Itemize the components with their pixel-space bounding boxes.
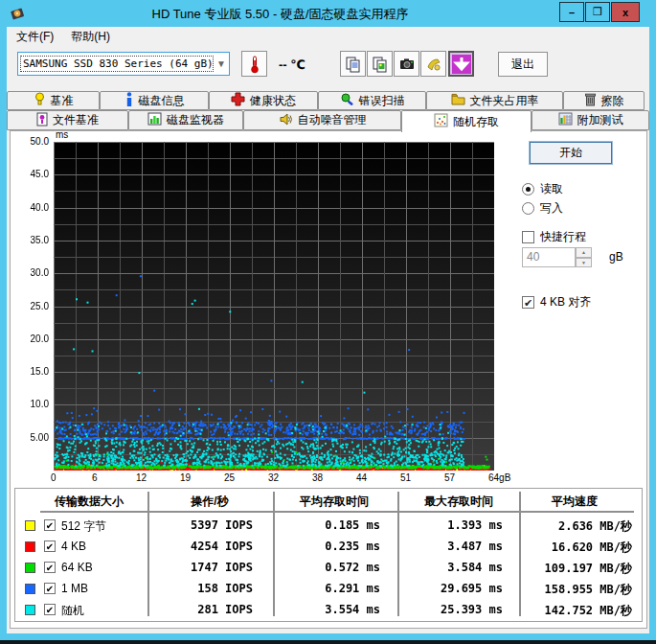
table-header-underline bbox=[40, 511, 634, 513]
series-checkbox[interactable]: ✔ bbox=[44, 604, 56, 615]
capacity-stepper[interactable]: ▲ ▼ bbox=[576, 247, 592, 267]
drive-select-value: SAMSUNG SSD 830 Series (64 gB) bbox=[21, 57, 213, 71]
series-label: 随机 bbox=[61, 603, 84, 619]
table-cell: 29.695 ms bbox=[441, 582, 503, 595]
screenshot-button[interactable] bbox=[394, 51, 419, 77]
y-tick-label: 15.0 bbox=[11, 366, 49, 377]
tab-磁盘信息[interactable]: 磁盘信息 bbox=[100, 91, 209, 110]
tab-label: 自动噪音管理 bbox=[298, 112, 367, 128]
tab-label: 文件基准 bbox=[53, 112, 99, 128]
y-tick-label: 25.0 bbox=[11, 301, 49, 311]
table-cell: 142.752 MB/秒 bbox=[545, 603, 632, 619]
read-radio-row[interactable]: 读取 bbox=[522, 181, 563, 197]
legend-swatch bbox=[25, 563, 35, 573]
temperature-button[interactable] bbox=[241, 51, 267, 77]
table-cell: 0.235 ms bbox=[325, 540, 380, 553]
table-cell: 109.197 MB/秒 bbox=[545, 561, 632, 577]
short-stroke-row[interactable]: 快捷行程 bbox=[522, 229, 586, 245]
x-tick-label: 51 bbox=[400, 472, 411, 483]
tab-row-2: 文件基准磁盘监视器自动噪音管理随机存取附加测试 bbox=[7, 110, 649, 130]
exit-button[interactable]: 退出 bbox=[498, 52, 548, 77]
download-arrow-icon bbox=[452, 55, 471, 74]
tab-label: 随机存取 bbox=[453, 114, 499, 130]
trash-icon bbox=[584, 92, 597, 109]
table-cell: 1747 IOPS bbox=[191, 561, 253, 574]
tab-擦除[interactable]: 擦除 bbox=[563, 91, 645, 110]
table-cell: 0.185 ms bbox=[325, 518, 380, 532]
separator bbox=[518, 278, 635, 279]
tab-文件基准[interactable]: 文件基准 bbox=[7, 110, 128, 130]
options-button[interactable] bbox=[420, 51, 446, 77]
tab-自动噪音管理[interactable]: 自动噪音管理 bbox=[243, 110, 401, 130]
tab-附加测试[interactable]: 附加测试 bbox=[532, 110, 649, 130]
series-checkbox[interactable]: ✔ bbox=[44, 562, 56, 573]
tab-健康状态[interactable]: 健康状态 bbox=[209, 91, 318, 110]
table-cell: 2.636 MB/秒 bbox=[558, 518, 632, 535]
write-radio-row[interactable]: 写入 bbox=[522, 200, 563, 217]
table-cell: 5397 IOPS bbox=[191, 518, 253, 532]
tab-随机存取[interactable]: 随机存取 bbox=[401, 110, 532, 132]
minimize-button[interactable]: – bbox=[559, 2, 584, 22]
tab-label: 基准 bbox=[51, 93, 74, 109]
drive-select[interactable]: SAMSUNG SSD 830 Series (64 gB) ▼ bbox=[17, 52, 230, 76]
y-tick-label: 40.0 bbox=[11, 202, 49, 213]
tab-文件夹占用率[interactable]: 文件夹占用率 bbox=[426, 91, 563, 110]
start-button[interactable]: 开始 bbox=[530, 142, 612, 164]
y-axis-unit-label: ms bbox=[56, 129, 68, 140]
copy-image-button[interactable] bbox=[367, 51, 393, 77]
stepper-down-icon[interactable]: ▼ bbox=[576, 258, 592, 268]
camera-icon bbox=[398, 56, 416, 73]
series-checkbox[interactable]: ✔ bbox=[44, 519, 56, 531]
column-header: 操作/秒 bbox=[191, 494, 228, 510]
close-button[interactable]: x bbox=[611, 2, 640, 22]
menu-file[interactable]: 文件(F) bbox=[9, 27, 61, 47]
column-divider bbox=[397, 492, 399, 616]
thermometer-icon bbox=[249, 55, 260, 74]
stepper-up-icon[interactable]: ▲ bbox=[576, 247, 592, 258]
align-4kb-checkbox[interactable]: ✔ bbox=[522, 296, 534, 309]
menu-help[interactable]: 帮助(H) bbox=[63, 27, 118, 47]
folder-icon bbox=[451, 93, 465, 108]
y-tick-label: 35.0 bbox=[11, 235, 49, 245]
file-benchmark-icon bbox=[36, 112, 48, 129]
series-checkbox[interactable]: ✔ bbox=[44, 583, 56, 594]
title-bar[interactable]: HD Tune 专业版 5.50 - 硬盘/固态硬盘实用程序 – ❒ x bbox=[0, 0, 656, 27]
x-tick-label: 32 bbox=[268, 472, 279, 483]
y-tick-label: 5.00 bbox=[11, 432, 49, 443]
window-frame bbox=[0, 633, 656, 640]
options-icon bbox=[425, 56, 442, 73]
series-checkbox[interactable]: ✔ bbox=[44, 540, 56, 552]
align-row[interactable]: ✔ 4 KB 对齐 bbox=[522, 294, 591, 310]
legend-swatch bbox=[25, 584, 35, 594]
read-radio[interactable] bbox=[522, 183, 534, 196]
table-cell: 1.393 ms bbox=[447, 518, 503, 532]
tab-磁盘监视器[interactable]: 磁盘监视器 bbox=[128, 110, 243, 130]
tab-label: 磁盘信息 bbox=[139, 93, 185, 109]
legend-swatch bbox=[25, 605, 35, 615]
column-header: 传输数据大小 bbox=[55, 494, 124, 510]
short-stroke-checkbox[interactable] bbox=[522, 231, 534, 243]
series-label: 512 字节 bbox=[61, 518, 106, 535]
table-cell: 16.620 MB/秒 bbox=[552, 540, 632, 556]
x-tick-label: 12 bbox=[136, 472, 147, 483]
window-title: HD Tune 专业版 5.50 - 硬盘/固态硬盘实用程序 bbox=[0, 6, 560, 23]
copy-text-button[interactable] bbox=[340, 51, 366, 77]
tab-错误扫描[interactable]: 错误扫描 bbox=[318, 91, 426, 110]
info-icon bbox=[124, 92, 134, 109]
x-tick-label: 25 bbox=[224, 472, 235, 483]
maximize-button[interactable]: ❒ bbox=[585, 2, 610, 22]
save-results-button[interactable] bbox=[448, 51, 474, 77]
client-area: 文件(F) 帮助(H) SAMSUNG SSD 830 Series (64 g… bbox=[7, 27, 649, 633]
tab-label: 擦除 bbox=[601, 93, 624, 109]
tab-基准[interactable]: 基准 bbox=[7, 91, 100, 110]
copy-image-icon bbox=[372, 56, 389, 73]
x-tick-label: 6 bbox=[92, 472, 98, 483]
write-radio[interactable] bbox=[522, 202, 534, 215]
series-label: 64 KB bbox=[61, 561, 93, 574]
capacity-input[interactable]: 40 bbox=[522, 247, 576, 267]
lightbulb-icon bbox=[34, 92, 46, 109]
x-tick-label: 57 bbox=[444, 472, 455, 483]
x-tick-label: 64gB bbox=[488, 472, 510, 483]
scatter-plot-canvas bbox=[54, 142, 494, 471]
separator bbox=[518, 220, 635, 221]
